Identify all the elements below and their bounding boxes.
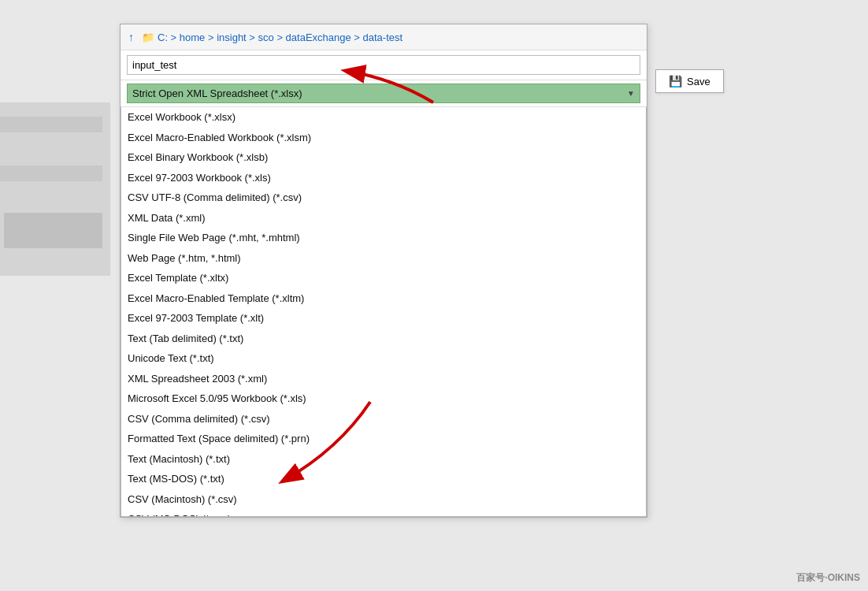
dropdown-item[interactable]: Single File Web Page (*.mht, *.mhtml) — [121, 228, 646, 248]
dropdown-item[interactable]: CSV UTF-8 (Comma delimited) (*.csv) — [121, 188, 646, 208]
dropdown-item[interactable]: Excel Binary Workbook (*.xlsb) — [121, 147, 646, 168]
dropdown-item[interactable]: XML Data (*.xml) — [121, 208, 646, 229]
filetype-dropdown[interactable]: Strict Open XML Spreadsheet (*.xlsx) ▼ — [127, 84, 640, 103]
sidebar-item-1 — [0, 117, 102, 132]
sidebar-item-2 — [0, 165, 102, 181]
filename-row — [121, 50, 647, 80]
filetype-row: Strict Open XML Spreadsheet (*.xlsx) ▼ — [121, 80, 647, 107]
save-icon: 💾 — [669, 75, 682, 87]
breadcrumb-bar: ↑ 📁 C: > home > insight > sco > dataExch… — [121, 24, 647, 50]
page-background: ↑ 📁 C: > home > insight > sco > dataExch… — [0, 0, 868, 591]
dropdown-item[interactable]: XML Spreadsheet 2003 (*.xml) — [121, 369, 646, 389]
dropdown-item[interactable]: Excel Workbook (*.xlsx) — [121, 107, 646, 128]
dropdown-arrow-icon: ▼ — [627, 89, 635, 98]
back-button[interactable]: ↑ — [128, 31, 134, 43]
dropdown-item[interactable]: Microsoft Excel 5.0/95 Workbook (*.xls) — [121, 388, 646, 409]
filetype-list[interactable]: Excel Workbook (*.xlsx)Excel Macro-Enabl… — [121, 107, 647, 517]
save-dialog: ↑ 📁 C: > home > insight > sco > dataExch… — [120, 24, 647, 518]
dropdown-item[interactable]: Text (MS-DOS) (*.txt) — [121, 469, 646, 489]
filename-input[interactable] — [127, 55, 640, 75]
watermark: 百家号·OIKINS — [796, 571, 860, 585]
dropdown-item[interactable]: Excel Template (*.xltx) — [121, 268, 646, 288]
dropdown-item[interactable]: Excel Macro-Enabled Workbook (*.xlsm) — [121, 128, 646, 148]
filetype-selected-label: Strict Open XML Spreadsheet (*.xlsx) — [132, 87, 302, 99]
dropdown-item[interactable]: CSV (Macintosh) (*.csv) — [121, 489, 646, 510]
dropdown-item[interactable]: Excel 97-2003 Template (*.xlt) — [121, 308, 646, 329]
dropdown-item[interactable]: Excel Macro-Enabled Template (*.xltm) — [121, 288, 646, 309]
dropdown-item[interactable]: CSV (MS-DOS) (*.csv) — [121, 509, 646, 517]
dropdown-item[interactable]: Formatted Text (Space delimited) (*.prn) — [121, 429, 646, 449]
dropdown-item[interactable]: CSV (Comma delimited) (*.csv) — [121, 409, 646, 429]
dropdown-item[interactable]: Unicode Text (*.txt) — [121, 348, 646, 369]
dropdown-item[interactable]: Text (Macintosh) (*.txt) — [121, 449, 646, 470]
dropdown-item[interactable]: Excel 97-2003 Workbook (*.xls) — [121, 168, 646, 188]
save-button-container: 💾 Save — [655, 69, 724, 93]
save-label: Save — [687, 76, 710, 87]
dropdown-item[interactable]: Web Page (*.htm, *.html) — [121, 248, 646, 269]
save-button[interactable]: 💾 Save — [655, 69, 724, 93]
sidebar-rect — [4, 213, 102, 248]
breadcrumb-path: C: > home > insight > sco > dataExchange… — [158, 32, 402, 43]
folder-icon: 📁 — [142, 32, 154, 43]
dropdown-item[interactable]: Text (Tab delimited) (*.txt) — [121, 329, 646, 349]
